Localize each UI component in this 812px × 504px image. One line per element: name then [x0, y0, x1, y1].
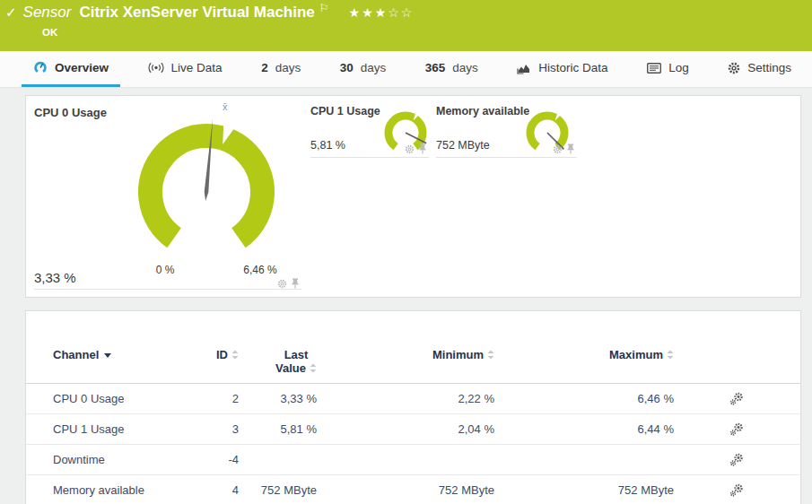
gauge-cell-cpu0: CPU 0 Usage x̄ 0 % 6,46 % 3,33 %: [34, 100, 301, 290]
tab-live-data[interactable]: Live Data: [136, 51, 234, 87]
tab-overview-label: Overview: [55, 61, 109, 74]
tab-365-days[interactable]: 365 days: [414, 51, 490, 87]
channel-gear-icon[interactable]: [405, 144, 415, 154]
table-row: Memory available 4 752 MByte 752 MByte 7…: [26, 475, 800, 504]
channel-minimum: 2,22 %: [317, 392, 494, 405]
edit-channel-gears-icon[interactable]: [674, 422, 800, 436]
gauge-cpu1-value: 5,81 %: [310, 139, 345, 152]
gauge-average-marker: x̄: [223, 101, 228, 112]
pin-icon[interactable]: [418, 143, 427, 154]
gauge-icon: [33, 61, 48, 74]
tab-365-days-number: 365: [425, 61, 446, 74]
table-row: Downtime -4: [26, 445, 800, 475]
gauge-scale-max: 6,46 %: [233, 264, 287, 276]
tab-2-days-label: days: [275, 61, 301, 74]
edit-channel-gears-icon[interactable]: [674, 453, 800, 466]
star-filled-icon[interactable]: ★: [375, 5, 389, 20]
column-header-last-value[interactable]: Last Value: [275, 348, 317, 375]
tab-bar: Overview Live Data 2 days 30 days 365 da…: [0, 51, 812, 88]
column-header-minimum-label: Minimum: [432, 348, 484, 361]
gauges-panel: CPU 0 Usage x̄ 0 % 6,46 % 3,33 %: [25, 95, 801, 298]
cpu0-gauge-dial: [117, 107, 296, 286]
channel-minimum: 752 MByte: [317, 483, 494, 497]
tab-historic-data-label: Historic Data: [538, 61, 607, 74]
gauge-scale-min: 0 %: [138, 264, 192, 276]
sensor-header-line: ✓ Sensor Citrix XenServer Virtual Machin…: [5, 4, 414, 22]
channel-maximum: 6,44 %: [494, 422, 674, 436]
gauge-cpu1-label: CPU 1 Usage: [310, 105, 380, 117]
priority-stars[interactable]: ★★★☆☆: [349, 5, 415, 20]
log-icon: [647, 63, 661, 74]
gauge-cell-memory: Memory available 752 MByte: [436, 100, 577, 158]
channel-minimum: 2,04 %: [317, 422, 494, 436]
column-header-id[interactable]: ID: [188, 348, 239, 361]
sort-icon: [487, 349, 494, 362]
cpu0-gauge: [117, 107, 296, 286]
channel-last-value: 752 MByte: [239, 483, 317, 497]
tab-30-days-number: 30: [340, 61, 354, 74]
sort-icon: [310, 362, 317, 376]
gauge-memory-label: Memory available: [436, 105, 529, 117]
sort-icon: [231, 349, 239, 362]
table-row: CPU 1 Usage 3 5,81 % 2,04 % 6,44 %: [26, 414, 800, 445]
channel-id: -4: [188, 453, 239, 466]
status-badge: OK: [42, 27, 57, 38]
tab-30-days-label: days: [361, 61, 387, 74]
tab-365-days-label: days: [452, 61, 478, 74]
channel-id: 3: [188, 422, 239, 436]
column-header-maximum-label: Maximum: [609, 348, 663, 361]
tab-historic-data[interactable]: Historic Data: [505, 51, 619, 87]
column-header-last-line2: Value: [275, 361, 306, 375]
channel-maximum: 6,46 %: [494, 392, 674, 405]
channel-last-value: 3,33 %: [239, 392, 317, 405]
channel-id: 4: [188, 483, 239, 497]
sort-caret-icon: [104, 353, 111, 358]
tab-log[interactable]: Log: [635, 51, 701, 87]
gauge-cell-cpu1: CPU 1 Usage 5,81 %: [310, 100, 429, 158]
tab-settings[interactable]: Settings: [716, 51, 803, 87]
sort-icon: [667, 349, 674, 362]
channel-table-panel: Channel ID Last Value Minimum Maximum CP…: [25, 310, 801, 504]
column-header-last-line1: Last: [284, 348, 309, 361]
sensor-title: Citrix XenServer Virtual Machine: [79, 4, 314, 22]
tab-live-data-label: Live Data: [171, 61, 223, 74]
gauge-cpu0-value: 3,33 %: [34, 270, 76, 285]
broadcast-icon: [148, 62, 164, 74]
content-area: CPU 0 Usage x̄ 0 % 6,46 % 3,33 %: [0, 88, 812, 504]
channel-gear-icon[interactable]: [553, 144, 563, 154]
sensor-kind-label: Sensor: [23, 4, 72, 22]
gear-icon: [728, 62, 740, 74]
pin-icon[interactable]: [291, 278, 300, 289]
column-header-channel[interactable]: Channel: [53, 348, 188, 361]
channel-table-header: Channel ID Last Value Minimum Maximum: [26, 311, 800, 384]
chart-icon: [517, 62, 531, 74]
star-empty-icon[interactable]: ☆: [388, 5, 401, 20]
edit-channel-gears-icon[interactable]: [674, 483, 800, 497]
star-filled-icon[interactable]: ★: [349, 5, 362, 20]
channel-name: Downtime: [53, 453, 188, 466]
channel-name: Memory available: [53, 483, 188, 497]
column-header-channel-label: Channel: [53, 348, 99, 361]
tab-overview[interactable]: Overview: [22, 51, 120, 87]
edit-channel-gears-icon[interactable]: [674, 392, 800, 405]
star-empty-icon[interactable]: ☆: [401, 5, 415, 20]
channel-name: CPU 1 Usage: [53, 422, 188, 436]
ok-check-icon: ✓: [5, 4, 17, 21]
tab-2-days[interactable]: 2 days: [249, 51, 312, 87]
column-header-maximum[interactable]: Maximum: [494, 348, 674, 361]
table-row: CPU 0 Usage 2 3,33 % 2,22 % 6,46 %: [26, 384, 800, 414]
tab-log-label: Log: [668, 61, 689, 74]
pin-icon[interactable]: [566, 143, 575, 154]
tab-30-days[interactable]: 30 days: [328, 51, 398, 87]
tab-2-days-number: 2: [261, 61, 268, 74]
column-header-minimum[interactable]: Minimum: [317, 348, 494, 361]
channel-id: 2: [188, 392, 239, 405]
sensor-header: ✓ Sensor Citrix XenServer Virtual Machin…: [0, 0, 812, 51]
tab-settings-label: Settings: [747, 61, 791, 74]
star-filled-icon[interactable]: ★: [362, 5, 375, 20]
channel-last-value: 5,81 %: [239, 422, 317, 436]
channel-maximum: 752 MByte: [494, 483, 674, 497]
channel-gear-icon[interactable]: [277, 279, 287, 289]
flag-icon[interactable]: ⚐: [319, 2, 329, 14]
channel-name: CPU 0 Usage: [53, 392, 188, 405]
